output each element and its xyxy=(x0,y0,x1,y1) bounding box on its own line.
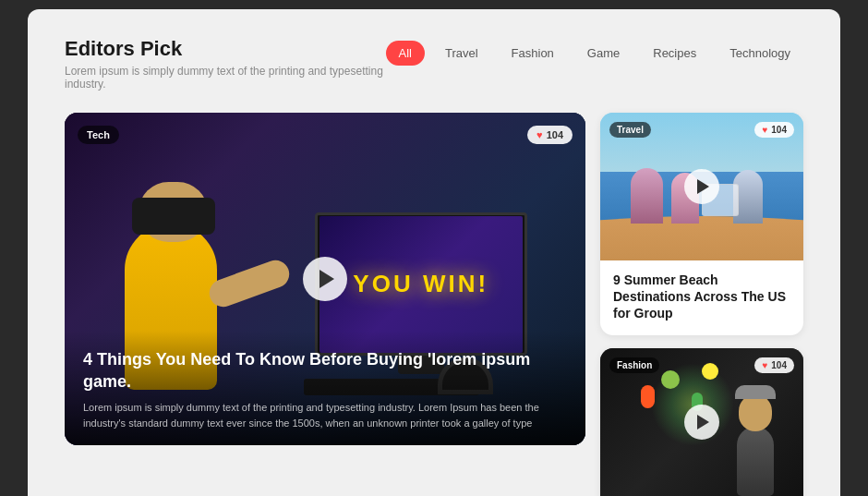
main-card-overlay: 4 Things You Need To Know Before Buying … xyxy=(65,331,585,445)
tab-game[interactable]: Game xyxy=(574,41,633,66)
beach-card-info: 9 Summer Beach Destinations Across The U… xyxy=(600,260,803,335)
header: Editors Pick Lorem ipsum is simply dummy… xyxy=(65,37,803,91)
tab-fashion[interactable]: Fashion xyxy=(499,41,567,66)
cooking-card-badge: Fashion xyxy=(609,357,659,373)
small-card-beach[interactable]: Travel ♥ 104 9 Summer Beach Destinations… xyxy=(600,113,803,335)
play-icon-beach xyxy=(697,179,709,194)
cooking-card-image: Fashion ♥ 104 xyxy=(600,348,803,496)
content-grid: YOU WIN! Tech xyxy=(65,113,803,496)
main-card-description: Lorem ipsum is simply dummy text of the … xyxy=(83,400,567,430)
beach-card-badge: Travel xyxy=(609,122,651,138)
page-container: Editors Pick Lorem ipsum is simply dummy… xyxy=(28,9,840,496)
right-column: Travel ♥ 104 9 Summer Beach Destinations… xyxy=(600,113,803,496)
tab-technology[interactable]: Technology xyxy=(717,41,803,66)
tab-all[interactable]: All xyxy=(386,41,425,66)
cooking-card-likes: ♥ 104 xyxy=(754,357,794,373)
page-title: Editors Pick xyxy=(65,37,386,61)
beach-card-title: 9 Summer Beach Destinations Across The U… xyxy=(613,272,790,322)
play-icon xyxy=(319,270,334,288)
beach-card-play-button[interactable] xyxy=(684,169,719,204)
main-card[interactable]: YOU WIN! Tech xyxy=(65,113,585,445)
tab-travel[interactable]: Travel xyxy=(432,41,491,66)
play-icon-cooking xyxy=(697,415,709,429)
page-subtitle: Lorem ipsum is simply dummy text of the … xyxy=(65,65,386,91)
filter-tabs: All Travel Fashion Game Recipes Technolo… xyxy=(386,41,804,66)
main-card-title: 4 Things You Need To Know Before Buying … xyxy=(83,349,567,393)
small-card-cooking[interactable]: Fashion ♥ 104 Why So Many Men Are Cookin… xyxy=(600,348,803,496)
heart-icon-beach: ♥ xyxy=(762,125,767,135)
main-card-likes: ♥ 104 xyxy=(527,126,573,144)
beach-card-image: Travel ♥ 104 xyxy=(600,113,803,260)
tab-recipes[interactable]: Recipes xyxy=(640,41,709,66)
beach-card-likes: ♥ 104 xyxy=(754,122,794,138)
cooking-card-play-button[interactable] xyxy=(684,405,719,440)
main-card-play-button[interactable] xyxy=(303,257,347,301)
main-card-badge: Tech xyxy=(78,126,119,144)
heart-icon-cooking: ♥ xyxy=(762,360,767,370)
header-left: Editors Pick Lorem ipsum is simply dummy… xyxy=(65,37,386,91)
heart-icon: ♥ xyxy=(536,129,543,140)
